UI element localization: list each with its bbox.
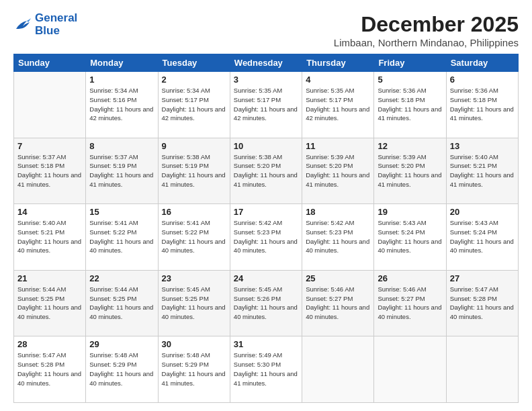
day-info: Sunrise: 5:42 AMSunset: 5:23 PMDaylight:… bbox=[234, 218, 298, 255]
logo-icon bbox=[13, 17, 32, 33]
day-info: Sunrise: 5:40 AMSunset: 5:21 PMDaylight:… bbox=[450, 152, 515, 189]
calendar-cell: 23Sunrise: 5:45 AMSunset: 5:25 PMDayligh… bbox=[158, 270, 230, 336]
calendar-cell: 5Sunrise: 5:36 AMSunset: 5:18 PMDaylight… bbox=[374, 72, 446, 138]
day-info: Sunrise: 5:39 AMSunset: 5:20 PMDaylight:… bbox=[306, 152, 370, 189]
day-number: 7 bbox=[17, 141, 82, 151]
header: General Blue December 2025 Limbaan, Nort… bbox=[13, 12, 519, 48]
calendar-cell: 6Sunrise: 5:36 AMSunset: 5:18 PMDaylight… bbox=[446, 72, 518, 138]
calendar-cell: 10Sunrise: 5:38 AMSunset: 5:20 PMDayligh… bbox=[230, 138, 302, 204]
day-info: Sunrise: 5:35 AMSunset: 5:17 PMDaylight:… bbox=[234, 86, 298, 123]
day-number: 13 bbox=[450, 141, 515, 151]
day-info: Sunrise: 5:46 AMSunset: 5:27 PMDaylight:… bbox=[306, 285, 370, 322]
calendar-cell: 31Sunrise: 5:49 AMSunset: 5:30 PMDayligh… bbox=[230, 336, 302, 403]
location-title: Limbaan, Northern Mindanao, Philippines bbox=[334, 37, 519, 48]
day-number: 9 bbox=[162, 141, 226, 151]
day-number: 20 bbox=[450, 207, 515, 217]
day-info: Sunrise: 5:36 AMSunset: 5:18 PMDaylight:… bbox=[378, 86, 442, 123]
day-info: Sunrise: 5:38 AMSunset: 5:20 PMDaylight:… bbox=[234, 152, 298, 189]
day-info: Sunrise: 5:41 AMSunset: 5:22 PMDaylight:… bbox=[162, 218, 226, 255]
day-number: 5 bbox=[378, 75, 442, 85]
day-info: Sunrise: 5:43 AMSunset: 5:24 PMDaylight:… bbox=[450, 218, 515, 255]
calendar-cell: 3Sunrise: 5:35 AMSunset: 5:17 PMDaylight… bbox=[230, 72, 302, 138]
calendar-cell: 22Sunrise: 5:44 AMSunset: 5:25 PMDayligh… bbox=[86, 270, 158, 336]
day-info: Sunrise: 5:44 AMSunset: 5:25 PMDaylight:… bbox=[17, 285, 82, 322]
day-info: Sunrise: 5:34 AMSunset: 5:16 PMDaylight:… bbox=[89, 86, 154, 123]
day-info: Sunrise: 5:49 AMSunset: 5:30 PMDaylight:… bbox=[234, 351, 298, 387]
weekday-header: Tuesday bbox=[158, 54, 230, 72]
day-info: Sunrise: 5:34 AMSunset: 5:17 PMDaylight:… bbox=[162, 86, 226, 123]
calendar-week-row: 28Sunrise: 5:47 AMSunset: 5:28 PMDayligh… bbox=[14, 336, 519, 403]
day-number: 12 bbox=[378, 141, 442, 151]
calendar-cell: 24Sunrise: 5:45 AMSunset: 5:26 PMDayligh… bbox=[230, 270, 302, 336]
day-info: Sunrise: 5:46 AMSunset: 5:27 PMDaylight:… bbox=[378, 285, 442, 322]
day-number: 23 bbox=[162, 273, 226, 283]
calendar-cell: 1Sunrise: 5:34 AMSunset: 5:16 PMDaylight… bbox=[86, 72, 158, 138]
calendar-cell bbox=[302, 336, 374, 403]
day-number: 31 bbox=[234, 339, 298, 349]
day-number: 14 bbox=[17, 207, 82, 217]
calendar-week-row: 1Sunrise: 5:34 AMSunset: 5:16 PMDaylight… bbox=[14, 72, 519, 138]
weekday-header: Monday bbox=[86, 54, 158, 72]
day-number: 11 bbox=[306, 141, 370, 151]
calendar-cell bbox=[374, 336, 446, 403]
day-number: 18 bbox=[306, 207, 370, 217]
calendar-cell: 12Sunrise: 5:39 AMSunset: 5:20 PMDayligh… bbox=[374, 138, 446, 204]
day-number: 10 bbox=[234, 141, 298, 151]
day-number: 3 bbox=[234, 75, 298, 85]
day-info: Sunrise: 5:35 AMSunset: 5:17 PMDaylight:… bbox=[306, 86, 370, 123]
day-number: 25 bbox=[306, 273, 370, 283]
calendar-cell: 4Sunrise: 5:35 AMSunset: 5:17 PMDaylight… bbox=[302, 72, 374, 138]
day-number: 19 bbox=[378, 207, 442, 217]
day-number: 24 bbox=[234, 273, 298, 283]
day-info: Sunrise: 5:42 AMSunset: 5:23 PMDaylight:… bbox=[306, 218, 370, 255]
day-info: Sunrise: 5:44 AMSunset: 5:25 PMDaylight:… bbox=[89, 285, 154, 322]
weekday-header: Saturday bbox=[446, 54, 518, 72]
day-number: 17 bbox=[234, 207, 298, 217]
logo: General Blue bbox=[13, 12, 77, 37]
day-number: 28 bbox=[17, 339, 82, 349]
day-info: Sunrise: 5:36 AMSunset: 5:18 PMDaylight:… bbox=[450, 86, 515, 123]
day-info: Sunrise: 5:37 AMSunset: 5:18 PMDaylight:… bbox=[17, 152, 82, 189]
calendar-table: SundayMondayTuesdayWednesdayThursdayFrid… bbox=[13, 54, 519, 403]
day-info: Sunrise: 5:47 AMSunset: 5:28 PMDaylight:… bbox=[17, 351, 82, 387]
calendar-cell: 19Sunrise: 5:43 AMSunset: 5:24 PMDayligh… bbox=[374, 204, 446, 271]
calendar-cell: 11Sunrise: 5:39 AMSunset: 5:20 PMDayligh… bbox=[302, 138, 374, 204]
calendar-cell: 15Sunrise: 5:41 AMSunset: 5:22 PMDayligh… bbox=[86, 204, 158, 271]
calendar-cell: 17Sunrise: 5:42 AMSunset: 5:23 PMDayligh… bbox=[230, 204, 302, 271]
day-info: Sunrise: 5:41 AMSunset: 5:22 PMDaylight:… bbox=[89, 218, 154, 255]
day-info: Sunrise: 5:45 AMSunset: 5:26 PMDaylight:… bbox=[234, 285, 298, 322]
day-info: Sunrise: 5:39 AMSunset: 5:20 PMDaylight:… bbox=[378, 152, 442, 189]
day-number: 27 bbox=[450, 273, 515, 283]
day-number: 29 bbox=[89, 339, 154, 349]
title-area: December 2025 Limbaan, Northern Mindanao… bbox=[334, 12, 519, 48]
calendar-week-row: 7Sunrise: 5:37 AMSunset: 5:18 PMDaylight… bbox=[14, 138, 519, 204]
day-number: 30 bbox=[162, 339, 226, 349]
calendar-cell: 30Sunrise: 5:48 AMSunset: 5:29 PMDayligh… bbox=[158, 336, 230, 403]
weekday-header: Wednesday bbox=[230, 54, 302, 72]
calendar-cell: 27Sunrise: 5:47 AMSunset: 5:28 PMDayligh… bbox=[446, 270, 518, 336]
calendar-cell: 29Sunrise: 5:48 AMSunset: 5:29 PMDayligh… bbox=[86, 336, 158, 403]
day-number: 6 bbox=[450, 75, 515, 85]
calendar-cell: 13Sunrise: 5:40 AMSunset: 5:21 PMDayligh… bbox=[446, 138, 518, 204]
page: General Blue December 2025 Limbaan, Nort… bbox=[0, 0, 532, 411]
calendar-cell: 20Sunrise: 5:43 AMSunset: 5:24 PMDayligh… bbox=[446, 204, 518, 271]
day-info: Sunrise: 5:48 AMSunset: 5:29 PMDaylight:… bbox=[89, 351, 154, 387]
weekday-header: Thursday bbox=[302, 54, 374, 72]
day-number: 15 bbox=[89, 207, 154, 217]
calendar-cell: 2Sunrise: 5:34 AMSunset: 5:17 PMDaylight… bbox=[158, 72, 230, 138]
day-number: 2 bbox=[162, 75, 226, 85]
day-number: 26 bbox=[378, 273, 442, 283]
weekday-header: Sunday bbox=[14, 54, 86, 72]
day-number: 21 bbox=[17, 273, 82, 283]
calendar-cell: 18Sunrise: 5:42 AMSunset: 5:23 PMDayligh… bbox=[302, 204, 374, 271]
calendar-cell bbox=[14, 72, 86, 138]
calendar-week-row: 14Sunrise: 5:40 AMSunset: 5:21 PMDayligh… bbox=[14, 204, 519, 271]
calendar-cell: 28Sunrise: 5:47 AMSunset: 5:28 PMDayligh… bbox=[14, 336, 86, 403]
calendar-cell: 21Sunrise: 5:44 AMSunset: 5:25 PMDayligh… bbox=[14, 270, 86, 336]
weekday-header: Friday bbox=[374, 54, 446, 72]
day-info: Sunrise: 5:38 AMSunset: 5:19 PMDaylight:… bbox=[162, 152, 226, 189]
calendar-cell bbox=[446, 336, 518, 403]
logo-text: General Blue bbox=[35, 12, 77, 37]
day-number: 1 bbox=[89, 75, 154, 85]
day-number: 22 bbox=[89, 273, 154, 283]
